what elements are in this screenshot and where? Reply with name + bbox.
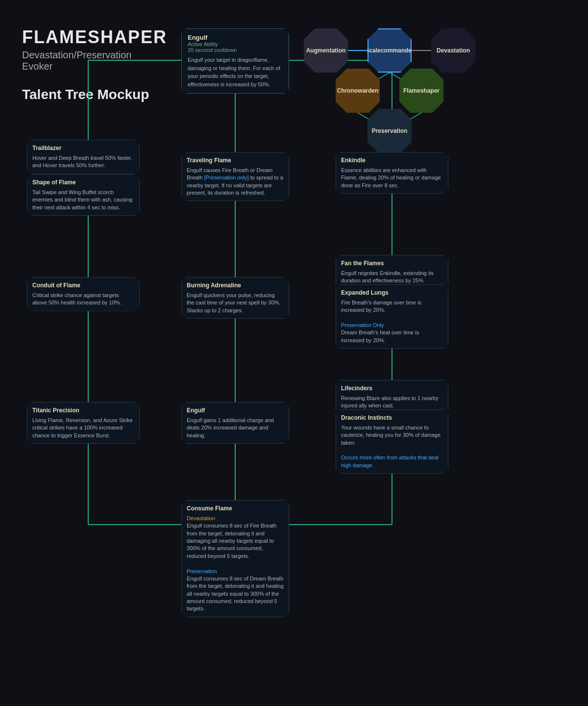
spec-augmentation[interactable]: Augmentation (304, 28, 348, 73)
traveling-flame-highlight: [Preservation only] (204, 175, 248, 180)
page: FLAMESHAPER Devastation/Preservation Evo… (0, 0, 588, 706)
expanded-lungs-body: Fire Breath's damage over time is increa… (341, 299, 443, 344)
consume-flame-title: Consume Flame (187, 504, 284, 513)
titanic-precision-title: Titanic Precision (32, 406, 134, 415)
spec-scalecommander[interactable]: Scalecommander (368, 28, 412, 73)
enkindle-body: Essence abilities are enhanced with Flam… (341, 167, 443, 189)
spec-chronowarden[interactable]: Chronowarden (336, 69, 380, 113)
expanded-lungs-node[interactable]: Expanded Lungs Fire Breath's damage over… (336, 284, 448, 349)
draconic-instincts-title: Draconic Instincts (341, 414, 443, 422)
consume-flame-dev-label: Devastation (187, 515, 215, 521)
enkindle-node[interactable]: Enkindle Essence abilities are enhanced … (336, 152, 448, 194)
fan-the-flames-title: Fan the Flames (341, 259, 443, 268)
subtitle: Devastation/Preservation Evoker (22, 50, 167, 72)
lifecinders-node[interactable]: Lifecinders Renewing Blaze also applies … (336, 380, 448, 414)
consume-flame-body: Devastation Engulf consumes 8 sec of Fir… (187, 515, 284, 613)
engulf-mid-body: Engulf gains 1 additional charge and dea… (187, 417, 284, 439)
engulf-top-node[interactable]: Engulf Active Ability20 second cooldown … (181, 28, 289, 94)
fan-the-flames-node[interactable]: Fan the Flames Engulf reignites Enkindle… (336, 255, 448, 289)
titanic-precision-node[interactable]: Titanic Precision Living Flame, Reversio… (27, 402, 140, 444)
section-title: Talent Tree Mockup (22, 87, 167, 102)
lifecinders-title: Lifecinders (341, 384, 443, 393)
trailblazer-body: Hover and Deep Breath travel 50% faster,… (32, 154, 134, 170)
shape-of-flame-body: Tail Swipe and Wing Buffet scorch enemie… (32, 189, 134, 211)
shape-of-flame-node[interactable]: Shape of Flame Tail Swipe and Wing Buffe… (27, 174, 140, 216)
enkindle-title: Enkindle (341, 156, 443, 165)
titanic-precision-body: Living Flame, Reversion, and Azure Strik… (32, 417, 134, 439)
draconic-instincts-node[interactable]: Draconic Instincts Your wounds have a sm… (336, 409, 448, 474)
engulf-top-title: Engulf (188, 34, 283, 41)
engulf-mid-title: Engulf (187, 406, 284, 415)
consume-flame-node[interactable]: Consume Flame Devastation Engulf consume… (181, 500, 289, 617)
engulf-top-body: Engulf your target in dragonflame, damag… (188, 56, 283, 88)
traveling-flame-body: Engulf causes Fire Breath or Dream Breat… (187, 167, 284, 197)
fan-the-flames-body: Engulf reignites Enkindle, extending its… (341, 270, 443, 285)
connection-lines (0, 0, 588, 706)
draconic-instincts-note: Occurs more often from attacks that deal… (341, 454, 439, 468)
burning-adrenaline-body: Engulf quickens your pulse, reducing the… (187, 292, 284, 314)
traveling-flame-node[interactable]: Traveling Flame Engulf causes Fire Breat… (181, 152, 289, 201)
conduit-of-flame-body: Critical strike chance against targets a… (32, 292, 134, 307)
trailblazer-title: Trailblazer (32, 144, 134, 152)
lifecinders-body: Renewing Blaze also applies to 1 nearby … (341, 395, 443, 410)
expanded-lungs-title: Expanded Lungs (341, 289, 443, 297)
page-title: FLAMESHAPER (22, 27, 167, 48)
consume-flame-pres-label: Preservation (187, 568, 217, 574)
conduit-of-flame-title: Conduit of Flame (32, 281, 134, 290)
conduit-of-flame-node[interactable]: Conduit of Flame Critical strike chance … (27, 277, 140, 311)
expanded-lungs-pres-label: Preservation Only (341, 322, 384, 328)
traveling-flame-title: Traveling Flame (187, 156, 284, 165)
spec-preservation[interactable]: Preservation (368, 109, 412, 153)
spec-flameshaper[interactable]: Flameshaper (399, 69, 443, 113)
burning-adrenaline-title: Burning Adrenaline (187, 281, 284, 290)
shape-of-flame-title: Shape of Flame (32, 178, 134, 187)
engulf-mid-node[interactable]: Engulf Engulf gains 1 additional charge … (181, 402, 289, 444)
spec-devastation[interactable]: Devastation (431, 28, 475, 73)
header: FLAMESHAPER Devastation/Preservation Evo… (22, 27, 167, 102)
engulf-top-subtitle: Active Ability20 second cooldown (188, 41, 283, 53)
trailblazer-node[interactable]: Trailblazer Hover and Deep Breath travel… (27, 140, 140, 174)
draconic-instincts-body: Your wounds have a small chance to caute… (341, 424, 443, 469)
burning-adrenaline-node[interactable]: Burning Adrenaline Engulf quickens your … (181, 277, 289, 319)
